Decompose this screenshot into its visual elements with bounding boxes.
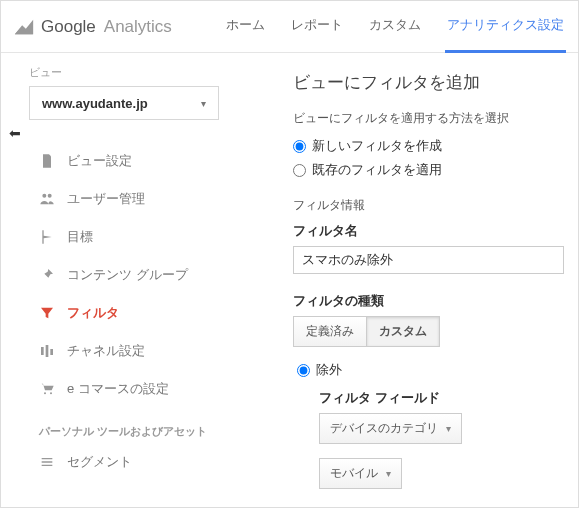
sidebar-group-label: パーソナル ツールおよびアセット (39, 424, 271, 439)
segment-icon (39, 454, 55, 470)
sidebar-item-ecommerce[interactable]: e コマースの設定 (29, 370, 271, 408)
caret-down-icon: ▾ (386, 468, 391, 479)
filter-info-label: フィルタ情報 (293, 197, 564, 214)
filter-name-label: フィルタ名 (293, 222, 564, 240)
sidebar-label: コンテンツ グループ (67, 266, 188, 284)
filter-type-tabs: 定義済み カスタム (293, 316, 564, 347)
nav-report[interactable]: レポート (289, 0, 345, 53)
sidebar-item-user-management[interactable]: ユーザー管理 (29, 180, 271, 218)
header: Google Analytics ホーム レポート カスタム アナリティクス設定 (1, 1, 578, 53)
mobile-dropdown[interactable]: モバイル ▾ (319, 458, 402, 489)
radio-label: 既存のフィルタを適用 (312, 161, 442, 179)
filter-icon (39, 305, 55, 321)
analytics-logo-icon (13, 16, 35, 38)
radio-existing-input[interactable] (293, 164, 306, 177)
flag-icon (39, 229, 55, 245)
sidebar: ⬅ ビュー www.ayudante.jp ▾ ビュー設定 (1, 53, 279, 507)
view-label: ビュー (29, 65, 271, 80)
device-category-dropdown[interactable]: デバイスのカテゴリ ▾ (319, 413, 462, 444)
sidebar-label: チャネル設定 (67, 342, 145, 360)
sidebar-item-view-settings[interactable]: ビュー設定 (29, 142, 271, 180)
sidebar-label: ビュー設定 (67, 152, 132, 170)
top-nav: ホーム レポート カスタム アナリティクス設定 (224, 0, 566, 53)
users-icon (39, 191, 55, 207)
sidebar-label: 目標 (67, 228, 93, 246)
brand-google: Google (41, 17, 96, 37)
view-selector[interactable]: www.ayudante.jp ▾ (29, 86, 219, 120)
view-domain: www.ayudante.jp (42, 96, 148, 111)
brand-analytics: Analytics (104, 17, 172, 37)
radio-label: 新しいフィルタを作成 (312, 137, 442, 155)
nav-custom[interactable]: カスタム (367, 0, 423, 53)
sidebar-label: セグメント (67, 453, 132, 471)
sidebar-item-content-groups[interactable]: コンテンツ グループ (29, 256, 271, 294)
channel-icon (39, 343, 55, 359)
filter-field-label: フィルタ フィールド (319, 389, 564, 407)
tab-predefined[interactable]: 定義済み (293, 316, 367, 347)
radio-new-input[interactable] (293, 140, 306, 153)
cart-icon (39, 381, 55, 397)
nav-home[interactable]: ホーム (224, 0, 267, 53)
page-title: ビューにフィルタを追加 (293, 71, 564, 94)
back-arrow-icon[interactable]: ⬅ (9, 125, 21, 507)
sidebar-label: ユーザー管理 (67, 190, 145, 208)
radio-label: 除外 (316, 361, 342, 379)
caret-down-icon: ▾ (446, 423, 451, 434)
dropdown-value: デバイスのカテゴリ (330, 420, 438, 437)
sidebar-item-filters[interactable]: フィルタ (29, 294, 271, 332)
tab-custom[interactable]: カスタム (367, 316, 440, 347)
caret-down-icon: ▾ (201, 98, 206, 109)
main-panel: ビューにフィルタを追加 ビューにフィルタを適用する方法を選択 新しいフィルタを作… (279, 53, 578, 507)
dropdown-value: モバイル (330, 465, 378, 482)
apply-method-label: ビューにフィルタを適用する方法を選択 (293, 110, 564, 127)
radio-exclude-input[interactable] (297, 364, 310, 377)
filter-type-label: フィルタの種類 (293, 292, 564, 310)
filter-name-input[interactable] (293, 246, 564, 274)
sidebar-item-goals[interactable]: 目標 (29, 218, 271, 256)
pin-icon (39, 267, 55, 283)
document-icon (39, 153, 55, 169)
radio-new-filter[interactable]: 新しいフィルタを作成 (293, 137, 564, 155)
sidebar-label: e コマースの設定 (67, 380, 169, 398)
radio-existing-filter[interactable]: 既存のフィルタを適用 (293, 161, 564, 179)
sidebar-item-segments[interactable]: セグメント (29, 443, 271, 481)
sidebar-item-channel-settings[interactable]: チャネル設定 (29, 332, 271, 370)
sidebar-label: フィルタ (67, 304, 119, 322)
radio-exclude[interactable]: 除外 (297, 361, 564, 379)
nav-admin[interactable]: アナリティクス設定 (445, 0, 566, 53)
logo: Google Analytics (13, 16, 172, 38)
